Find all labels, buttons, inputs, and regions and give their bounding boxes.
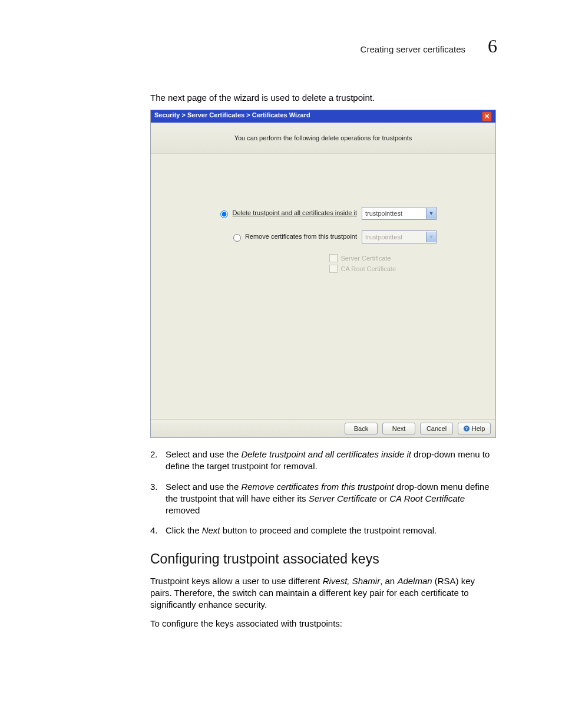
step-4: 4. Click the Next button to proceed and … [150, 525, 497, 536]
help-label: Help [472, 425, 485, 432]
server-cert-checkbox [329, 254, 338, 262]
wizard-banner: You can perform the following delete ope… [151, 123, 495, 154]
server-cert-checkbox-row: Server Certificate [245, 254, 495, 262]
step-3: 3. Select and use the Remove certificate… [150, 481, 497, 517]
remove-certs-row: Remove certificates from this trustpoint… [151, 230, 495, 243]
steps-list: 2. Select and use the Delete trustpoint … [150, 449, 497, 537]
back-button[interactable]: Back [345, 423, 378, 434]
delete-trustpoint-label: Delete trustpoint and all certificates i… [232, 209, 357, 216]
remove-certs-radio[interactable]: Remove certificates from this trustpoint [210, 232, 357, 242]
ca-root-checkbox [329, 265, 338, 273]
chevron-down-icon: ▼ [426, 232, 436, 242]
remove-certs-radio-input[interactable] [233, 234, 241, 242]
step-text: Select and use the Delete trustpoint and… [166, 449, 497, 473]
certificates-wizard-panel: Security > Server Certificates > Certifi… [150, 110, 496, 438]
remove-certs-value: trustpointtest [365, 233, 402, 241]
header-title: Creating server certificates [361, 44, 465, 54]
step-text: Click the Next button to proceed and com… [166, 525, 497, 536]
section-paragraph-2: To configure the keys associated with tr… [150, 618, 497, 630]
help-icon: ? [464, 426, 470, 431]
wizard-body: Delete trustpoint and all certificates i… [151, 154, 495, 419]
next-button[interactable]: Next [382, 423, 415, 434]
delete-trustpoint-row: Delete trustpoint and all certificates i… [151, 207, 495, 220]
delete-trustpoint-radio-input[interactable] [220, 210, 228, 218]
step-number: 4. [150, 525, 166, 536]
intro-text: The next page of the wizard is used to d… [150, 93, 497, 103]
page-header: Creating server certificates 6 [150, 35, 497, 57]
step-2: 2. Select and use the Delete trustpoint … [150, 449, 497, 473]
section-heading: Configuring trustpoint associated keys [150, 551, 497, 567]
cancel-button[interactable]: Cancel [420, 423, 453, 434]
delete-trustpoint-value: trustpointtest [365, 210, 402, 217]
chapter-number: 6 [488, 35, 497, 57]
wizard-footer: Back Next Cancel ? Help [151, 419, 495, 437]
remove-certs-label: Remove certificates from this trustpoint [245, 233, 357, 240]
help-button[interactable]: ? Help [458, 423, 491, 434]
chevron-down-icon: ▼ [426, 208, 436, 219]
wizard-titlebar: Security > Server Certificates > Certifi… [151, 110, 495, 123]
wizard-breadcrumb: Security > Server Certificates > Certifi… [154, 111, 310, 121]
ca-root-label: CA Root Certificate [341, 265, 412, 272]
close-icon[interactable]: ✕ [482, 111, 492, 121]
delete-trustpoint-radio[interactable]: Delete trustpoint and all certificates i… [210, 209, 357, 218]
step-number: 2. [150, 449, 166, 473]
section-paragraph-1: Trustpoint keys allow a user to use diff… [150, 575, 497, 611]
step-text: Select and use the Remove certificates f… [166, 481, 497, 517]
delete-trustpoint-dropdown[interactable]: trustpointtest ▼ [362, 207, 437, 220]
server-cert-label: Server Certificate [341, 255, 412, 262]
ca-root-checkbox-row: CA Root Certificate [245, 265, 495, 273]
step-number: 3. [150, 481, 166, 517]
remove-certs-dropdown: trustpointtest ▼ [362, 230, 437, 243]
